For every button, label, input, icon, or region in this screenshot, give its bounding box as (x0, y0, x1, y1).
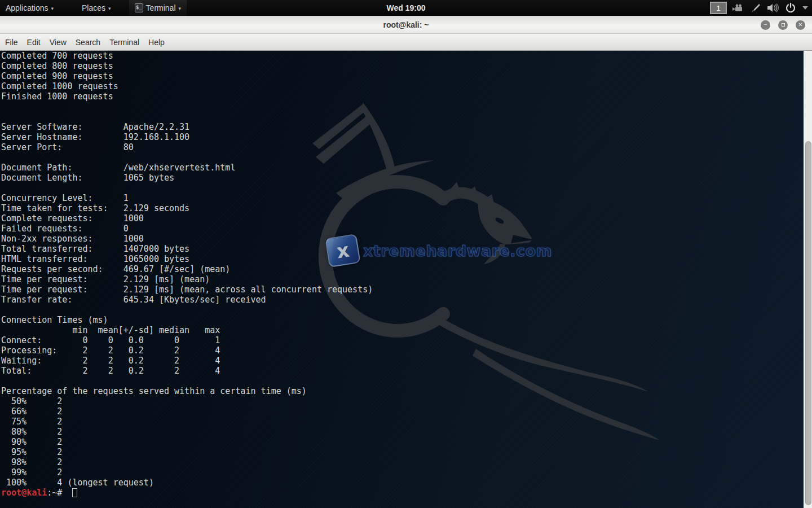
active-app-label: Terminal (146, 3, 176, 12)
maximize-button[interactable] (778, 20, 788, 30)
chevron-down-icon: ▾ (51, 6, 54, 11)
applications-menu[interactable]: Applications ▾ (0, 0, 59, 16)
chevron-down-icon: ▾ (108, 6, 111, 11)
chevron-down-icon: ▾ (179, 6, 182, 11)
menu-file[interactable]: File (1, 36, 23, 49)
volume-icon[interactable] (767, 2, 779, 14)
terminal-menubar: File Edit View Search Terminal Help (0, 34, 812, 51)
prompt-path: :~# (47, 488, 67, 498)
menu-view[interactable]: View (45, 36, 71, 49)
gnome-top-bar: Applications ▾ Places ▾ $_ Terminal ▾ We… (0, 0, 812, 16)
terminal-icon: $_ (135, 3, 143, 12)
minimize-button[interactable]: − (761, 20, 770, 30)
terminal-prompt-line: root@kali :~# (1, 488, 77, 498)
places-menu[interactable]: Places ▾ (76, 0, 117, 16)
screen-recorder-icon[interactable] (732, 2, 744, 14)
desktop: 500 GB Volume Applications ▾ Places ▾ $_… (0, 0, 812, 508)
workspace-indicator[interactable]: 1 (710, 2, 727, 14)
active-app-menu[interactable]: $_ Terminal ▾ (129, 0, 187, 16)
close-button[interactable]: ✕ (796, 20, 805, 30)
menu-terminal[interactable]: Terminal (105, 36, 144, 49)
window-titlebar[interactable]: root@kali: ~ − ✕ (0, 16, 812, 34)
pen-icon[interactable] (749, 2, 762, 14)
places-menu-label: Places (82, 3, 105, 12)
terminal-scrollbar[interactable] (804, 51, 812, 508)
applications-menu-label: Applications (6, 3, 48, 12)
chevron-down-icon[interactable] (802, 2, 809, 14)
system-tray: 1 (710, 0, 809, 16)
power-icon[interactable] (784, 2, 797, 14)
scrollbar-thumb[interactable] (805, 141, 811, 505)
menu-help[interactable]: Help (144, 36, 169, 49)
window-controls: − ✕ (761, 16, 805, 34)
clock[interactable]: Wed 19:00 (387, 3, 426, 12)
menu-edit[interactable]: Edit (23, 36, 45, 49)
menu-search[interactable]: Search (71, 36, 105, 49)
terminal-viewport[interactable]: Completed 700 requests Completed 800 req… (0, 51, 812, 508)
terminal-cursor (72, 488, 77, 497)
terminal-output: Completed 700 requests Completed 800 req… (1, 51, 373, 488)
window-title: root@kali: ~ (383, 20, 429, 29)
prompt-user: root@kali (1, 488, 47, 498)
